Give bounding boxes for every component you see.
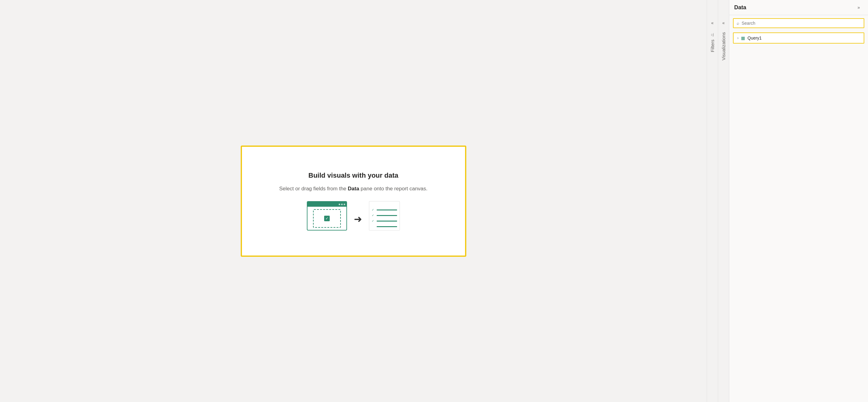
browser-dot-3	[344, 204, 345, 205]
filters-collapse-icon[interactable]: «	[708, 19, 717, 27]
right-side-container: « ⚐ Filters « Visualizations Data » ⌕	[707, 0, 868, 402]
visualizations-collapse-icon[interactable]: «	[719, 19, 728, 27]
drag-arrow-cursor: ➜	[354, 213, 362, 225]
table-row-1: ✓	[372, 208, 397, 211]
filters-tab[interactable]: « ⚐ Filters	[707, 0, 718, 402]
row-check-2: ✓	[372, 214, 375, 217]
panel-header-actions: »	[855, 3, 863, 12]
checkbox-checked-icon: ✓	[324, 216, 330, 221]
data-panel-collapse-button[interactable]: »	[855, 3, 863, 12]
visual-placeholder-card[interactable]: Build visuals with your data Select or d…	[241, 146, 466, 257]
browser-window-illustration: ✓	[307, 201, 347, 230]
table-row-2: ✓	[372, 214, 397, 217]
query1-item[interactable]: › ▦ Query1	[733, 32, 864, 43]
data-search-box[interactable]: ⌕	[733, 18, 864, 28]
query-expand-icon: ›	[737, 36, 739, 40]
row-line-3	[377, 221, 397, 221]
data-panel-header: Data »	[729, 0, 868, 15]
table-list-illustration: ✓ ✓ ✓ ✓	[369, 201, 400, 230]
visual-card-subtitle: Select or drag fields from the Data pane…	[279, 186, 427, 192]
visualizations-vertical-label[interactable]: Visualizations	[720, 30, 727, 63]
visual-card-title: Build visuals with your data	[308, 172, 398, 180]
row-check-1: ✓	[372, 208, 375, 211]
query-label: Query1	[747, 35, 860, 40]
main-canvas: Build visuals with your data Select or d…	[0, 0, 707, 402]
search-icon: ⌕	[737, 21, 739, 26]
row-check-3: ✓	[372, 219, 375, 222]
data-panel-title: Data	[734, 4, 746, 11]
query-table-icon: ▦	[741, 35, 745, 40]
filters-collapse-chevron: «	[711, 21, 714, 25]
browser-dot-1	[339, 204, 340, 205]
browser-body: ✓	[307, 207, 346, 230]
search-input[interactable]	[742, 21, 861, 26]
subtitle-bold: Data	[348, 186, 360, 192]
table-row-3: ✓	[372, 219, 397, 222]
visualizations-tab[interactable]: « Visualizations	[718, 0, 729, 402]
table-row-4: ✓	[372, 225, 397, 228]
filter-icon-symbol: ⚐	[710, 32, 715, 37]
browser-titlebar	[307, 202, 346, 207]
filters-label-icon: ⚐	[710, 31, 715, 37]
row-line-4	[377, 226, 397, 227]
filters-vertical-label[interactable]: Filters	[709, 37, 716, 55]
visualizations-collapse-chevron: «	[722, 21, 725, 25]
data-panel: Data » ⌕ › ▦ Query1	[729, 0, 868, 402]
collapse-right-icon: »	[858, 5, 860, 10]
dashed-selection-rect: ✓	[313, 209, 341, 228]
row-line-2	[377, 215, 397, 216]
subtitle-end: pane onto the report canvas.	[359, 186, 427, 192]
row-line-1	[377, 210, 397, 210]
drag-illustration: ✓ ➜ ✓ ✓ ✓	[307, 201, 400, 230]
subtitle-start: Select or drag fields from the	[279, 186, 348, 192]
browser-dot-2	[341, 204, 343, 205]
